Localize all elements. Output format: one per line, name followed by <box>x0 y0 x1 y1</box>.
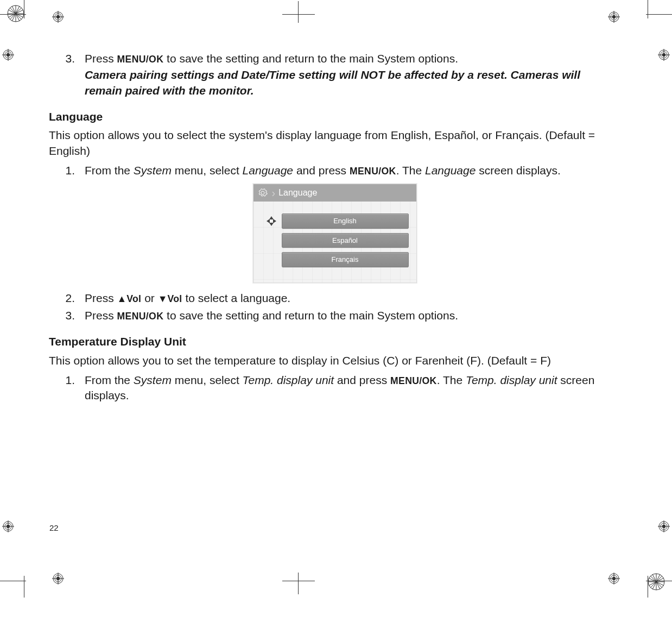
button-label-vol: Vol <box>167 293 182 304</box>
step-item: 3. Press MENU/OK to save the setting and… <box>49 308 620 323</box>
menu-name: System <box>134 374 172 386</box>
screen-name: Language <box>425 164 476 177</box>
step-number: 3. <box>49 51 85 98</box>
step-text: screen displays. <box>476 164 560 177</box>
step-number: 1. <box>49 373 85 404</box>
reset-note: Camera pairing settings and Date/Time se… <box>85 67 620 98</box>
step-text: . The <box>437 374 466 386</box>
svg-marker-25 <box>267 219 270 223</box>
language-screen-header: › Language <box>253 184 416 202</box>
step-text: From the <box>85 374 134 386</box>
gear-icon <box>258 188 268 198</box>
step-text: . The <box>396 164 425 177</box>
up-arrow-icon: ▲ <box>117 293 127 304</box>
step-item: 3. Press MENU/OK to save the setting and… <box>49 51 620 98</box>
step-text: menu, select <box>172 164 243 177</box>
step-number: 2. <box>49 291 85 306</box>
button-label-menu-ok: MENU/OK <box>117 54 164 65</box>
svg-marker-23 <box>269 216 274 219</box>
down-arrow-icon: ▼ <box>158 293 168 304</box>
step-text: Press <box>85 309 117 322</box>
language-option-francais[interactable]: Français <box>282 252 409 267</box>
step-text: Press <box>85 52 117 65</box>
section-heading-temperature: Temperature Display Unit <box>49 334 620 349</box>
button-label-menu-ok: MENU/OK <box>117 311 164 322</box>
step-text: menu, select <box>172 374 243 386</box>
step-item: 2. Press ▲Vol or ▼Vol to select a langua… <box>49 291 620 306</box>
step-text: to save the setting and return to the ma… <box>163 309 458 322</box>
step-item: 1. From the System menu, select Language… <box>49 163 620 178</box>
section-heading-language: Language <box>49 109 620 124</box>
button-label-menu-ok: MENU/OK <box>390 375 437 386</box>
button-label-menu-ok: MENU/OK <box>350 166 396 177</box>
section-intro: This option allows you to set the temper… <box>49 353 620 368</box>
step-text: and press <box>334 374 390 386</box>
step-text: to save the setting and return to the ma… <box>163 52 458 65</box>
menu-item: Temp. display unit <box>243 374 334 386</box>
language-screen-title: Language <box>278 187 317 199</box>
section-intro: This option allows you to select the sys… <box>49 128 620 159</box>
step-item: 1. From the System menu, select Temp. di… <box>49 373 620 404</box>
step-text: to select a language. <box>182 292 291 304</box>
step-text: and press <box>293 164 350 177</box>
step-text: Press <box>85 292 117 304</box>
step-text: From the <box>85 164 134 177</box>
svg-marker-26 <box>273 219 276 223</box>
language-screen: › Language English Español Français <box>253 184 417 282</box>
menu-item: Language <box>243 164 293 177</box>
breadcrumb-chevron-icon: › <box>272 187 276 198</box>
step-text: or <box>141 292 157 304</box>
nav-arrows-icon <box>261 215 282 228</box>
language-option-english[interactable]: English <box>282 213 409 229</box>
screen-name: Temp. display unit <box>466 374 557 386</box>
step-number: 1. <box>49 163 85 178</box>
button-label-vol: Vol <box>126 293 141 304</box>
menu-name: System <box>134 164 172 177</box>
page-number: 22 <box>49 523 59 532</box>
step-number: 3. <box>49 308 85 323</box>
language-option-espanol[interactable]: Español <box>282 233 409 248</box>
svg-marker-24 <box>269 223 274 226</box>
